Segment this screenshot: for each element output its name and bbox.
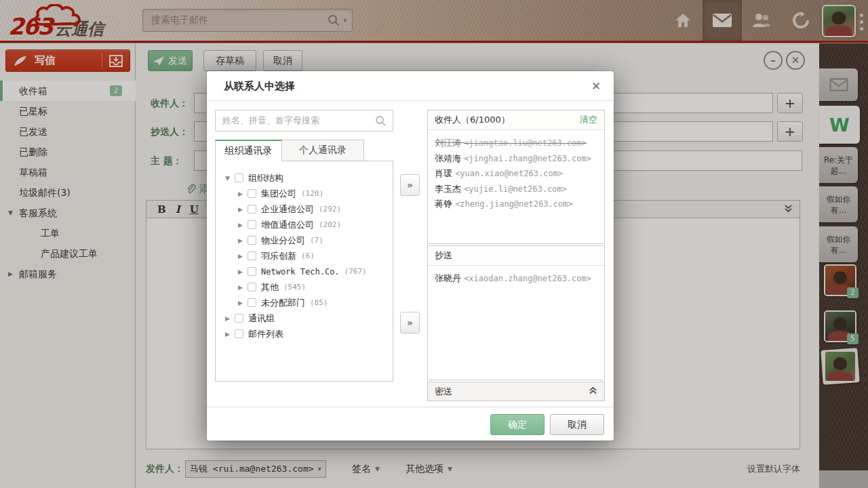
tree-node[interactable]: ▶ 其他(545): [216, 279, 393, 295]
tree-expand-icon[interactable]: ▶: [238, 268, 248, 275]
tree-expand-icon[interactable]: ▶: [238, 284, 248, 291]
tree-node[interactable]: ▶ 集团公司(120): [216, 186, 393, 201]
dialog-header: 从联系人中选择 ✕: [207, 71, 614, 101]
tree-expand-icon[interactable]: ▶: [225, 331, 235, 338]
tree-checkbox[interactable]: [248, 189, 256, 198]
tree-checkbox[interactable]: [248, 267, 256, 276]
tree-node[interactable]: ▶ 增值通信公司(202): [216, 217, 393, 232]
recipient-item[interactable]: 李玉杰 <yujie.li@net263.com>: [435, 182, 597, 197]
recipients-header: 收件人（6/1000） 清空: [428, 110, 604, 130]
tree-expand-icon[interactable]: ▶: [238, 222, 248, 228]
tree-expand-icon[interactable]: ▼: [225, 175, 235, 182]
add-to-recipients-button[interactable]: »: [400, 174, 420, 196]
tree-expand-icon[interactable]: ▶: [238, 300, 248, 306]
dialog-cancel-button[interactable]: 取消: [550, 414, 604, 435]
tree-checkbox[interactable]: [248, 236, 256, 245]
tree-node[interactable]: ▶ 羽乐创新(6): [216, 248, 393, 264]
confirm-button[interactable]: 确定: [490, 414, 545, 435]
recipients-box: 收件人（6/1000） 清空 刘江涛 <jiangtao.liu@net263.…: [427, 110, 605, 244]
clear-recipients-link[interactable]: 清空: [580, 114, 597, 126]
dialog-footer: 确定 取消: [207, 407, 614, 441]
dialog-close-icon[interactable]: ✕: [588, 78, 604, 94]
tree-checkbox[interactable]: [248, 283, 256, 291]
tree-node[interactable]: ▶ 企业通信公司(292): [216, 201, 393, 217]
contact-search-input[interactable]: 姓名、拼音、首字母搜索: [215, 110, 393, 131]
cc-header: 抄送: [428, 246, 604, 266]
tree-checkbox[interactable]: [248, 298, 256, 307]
tree-expand-icon[interactable]: ▶: [238, 206, 248, 213]
cc-box: 抄送 张晓丹 <xiaodan.zhang@net263.com>: [427, 245, 605, 380]
tab-personal-addressbook[interactable]: 个人通讯录: [282, 140, 364, 161]
contact-search-placeholder: 姓名、拼音、首字母搜索: [216, 115, 375, 127]
tree-node[interactable]: ▶ 未分配部门(85): [216, 295, 393, 310]
recipient-item[interactable]: 蒋铮 <zheng.jiang@net263.com>: [435, 197, 597, 212]
tree-expand-icon[interactable]: ▶: [238, 190, 248, 197]
tree-node-groups[interactable]: ▶ 通讯组: [216, 310, 393, 326]
tree-node[interactable]: ▶ 物业分公司(7): [216, 232, 393, 248]
add-to-cc-button[interactable]: »: [400, 312, 420, 333]
tree-node-root[interactable]: ▼ 组织结构: [216, 170, 393, 186]
addressbook-tabs: 组织通讯录 个人通讯录: [215, 140, 393, 161]
tree-checkbox[interactable]: [235, 174, 243, 182]
bcc-expand-icon[interactable]: [589, 386, 597, 396]
tree-expand-icon[interactable]: ▶: [225, 315, 235, 322]
cc-item[interactable]: 张晓丹 <xiaodan.zhang@net263.com>: [435, 271, 597, 287]
bcc-collapsed-bar[interactable]: 密送: [427, 382, 605, 401]
recipient-item[interactable]: 张靖海 <jinghai.zhang@net263.com>: [435, 151, 597, 167]
tree-node-maillist[interactable]: ▶ 邮件列表: [216, 326, 393, 342]
contact-picker-dialog: 从联系人中选择 ✕ 姓名、拼音、首字母搜索 组织通讯录 个人通讯录 ▼ 组织结构…: [207, 71, 614, 441]
org-tree: ▼ 组织结构 ▶ 集团公司(120) ▶ 企业通信公司(292) ▶ 增值通信公…: [215, 161, 393, 382]
recipient-item[interactable]: 肖瑗 <yuan.xiao@net263.com>: [435, 166, 597, 182]
tree-checkbox[interactable]: [235, 329, 243, 338]
recipient-item-removed[interactable]: 刘江涛 <jiangtao.liu@net263.com>: [435, 136, 597, 151]
dialog-title: 从联系人中选择: [224, 80, 295, 93]
tree-checkbox[interactable]: [248, 220, 256, 229]
tree-expand-icon[interactable]: ▶: [238, 237, 248, 244]
tree-checkbox[interactable]: [248, 205, 256, 214]
tree-checkbox[interactable]: [235, 314, 243, 323]
tab-org-addressbook[interactable]: 组织通讯录: [215, 140, 282, 161]
recipients-list: 刘江涛 <jiangtao.liu@net263.com> 张靖海 <jingh…: [428, 130, 604, 212]
cc-list: 张晓丹 <xiaodan.zhang@net263.com>: [428, 266, 604, 287]
tree-expand-icon[interactable]: ▶: [238, 253, 248, 260]
tree-node[interactable]: ▶ Network Tech.Co.(767): [216, 264, 393, 279]
search-icon: [375, 115, 387, 127]
tree-checkbox[interactable]: [248, 251, 256, 260]
